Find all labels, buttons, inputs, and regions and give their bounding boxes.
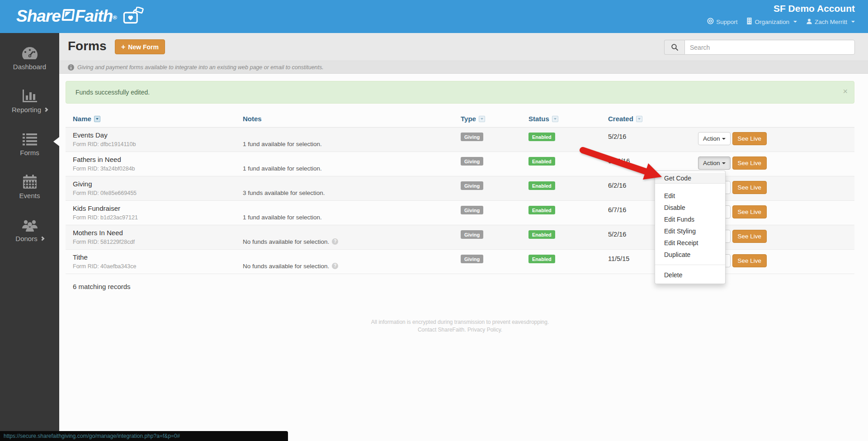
content-area: Funds successfully edited. × Name Notes … <box>59 81 868 334</box>
sidebar-label: Events <box>19 192 40 199</box>
sidebar-label: Forms <box>20 149 39 156</box>
alert-close-button[interactable]: × <box>843 87 848 95</box>
menu-item-delete[interactable]: Delete <box>655 269 725 281</box>
search-input[interactable] <box>684 40 855 55</box>
list-icon <box>0 130 59 146</box>
column-header-type: Type <box>461 115 528 127</box>
table-row-mothers-in-need: Mothers In NeedForm RID: 581229f28cdf No… <box>66 225 854 250</box>
form-name: Fathers in Need <box>73 156 243 163</box>
logo-text-share: Share <box>16 5 61 27</box>
search-box <box>664 40 855 55</box>
record-count: 6 matching records <box>73 283 854 290</box>
sidebar-item-events[interactable]: Events <box>0 173 59 201</box>
type-badge: Giving <box>461 181 483 190</box>
active-item-pointer <box>53 137 59 146</box>
help-icon[interactable]: ? <box>332 263 338 269</box>
menu-item-edit-styling[interactable]: Edit Styling <box>655 225 725 237</box>
sidebar-item-dashboard[interactable]: Dashboard <box>0 44 59 72</box>
menu-item-edit[interactable]: Edit <box>655 190 725 202</box>
form-notes: 1 fund available for selection. <box>243 214 322 221</box>
see-live-button[interactable]: See Live <box>732 181 767 194</box>
support-link[interactable]: Support <box>707 18 737 26</box>
form-notes: 1 fund available for selection. <box>243 141 322 147</box>
see-live-button[interactable]: See Live <box>732 205 767 218</box>
form-notes: 1 fund available for selection. <box>243 165 322 172</box>
header-label: Type <box>461 115 476 123</box>
table-row-kids-fundraiser: Kids FundraiserForm RID: b1d23ac97121 1 … <box>66 201 854 225</box>
status-badge: Enabled <box>528 206 555 214</box>
action-dropdown-menu: Get Code Edit Disable Edit Funds Edit St… <box>655 171 726 284</box>
action-label: Action <box>703 135 720 142</box>
sidebar-label: Donors <box>15 235 37 242</box>
created-date: 5/2/16 <box>608 128 698 152</box>
status-bar-url: https://secure.sharefaithgiving.com/go/m… <box>4 433 180 439</box>
giving-hand-icon <box>122 7 146 28</box>
table-row-events-day: Events DayForm RID: dfbc1914110b 1 fund … <box>66 128 854 152</box>
page-footer: All information is encrypted during tran… <box>66 318 854 334</box>
form-rid: Form RID: dfbc1914110b <box>73 141 243 147</box>
people-icon <box>0 216 59 232</box>
menu-spacer <box>655 184 725 190</box>
form-name: Tithe <box>73 253 243 261</box>
account-name: SF Demo Account <box>774 3 855 14</box>
sidebar-nav: Dashboard Reporting Forms Events Donors <box>0 33 59 441</box>
sidebar-item-forms[interactable]: Forms <box>0 130 59 158</box>
menu-item-disable[interactable]: Disable <box>655 202 725 213</box>
form-rid: Form RID: 581229f28cdf <box>73 239 243 245</box>
alert-message: Funds successfully edited. <box>75 89 150 96</box>
menu-item-duplicate[interactable]: Duplicate <box>655 249 725 261</box>
forms-table: Events DayForm RID: dfbc1914110b 1 fund … <box>66 127 854 274</box>
sort-created-icon[interactable] <box>636 116 642 122</box>
status-badge: Enabled <box>528 181 555 190</box>
new-form-label: New Form <box>128 43 159 51</box>
logo-bubble-icon <box>61 9 75 21</box>
action-dropdown-button-open[interactable]: Action <box>698 156 731 170</box>
type-badge: Giving <box>461 133 483 141</box>
top-header-bar: ShareFaith® SF Demo Account Support Orga… <box>0 0 868 33</box>
plus-icon: + <box>121 43 125 51</box>
see-live-button[interactable]: See Live <box>732 230 767 243</box>
menu-item-get-code[interactable]: Get Code <box>655 173 725 184</box>
sidebar-label: Dashboard <box>13 63 46 71</box>
organization-menu[interactable]: Organization <box>746 18 797 26</box>
see-live-button[interactable]: See Live <box>732 254 767 267</box>
sidebar-item-reporting[interactable]: Reporting <box>0 87 59 115</box>
menu-item-edit-receipt[interactable]: Edit Receipt <box>655 237 725 249</box>
form-name: Mothers In Need <box>73 229 243 237</box>
form-rid: Form RID: 40aefba343ce <box>73 263 243 270</box>
form-notes: No funds available for selection. <box>243 238 329 245</box>
new-form-button[interactable]: + New Form <box>115 39 165 54</box>
header-label: Name <box>73 115 91 123</box>
contact-link[interactable]: Contact ShareFaith. <box>418 327 466 333</box>
registered-mark: ® <box>113 14 117 21</box>
page-header: Forms + New Form <box>59 33 868 61</box>
sidebar-item-donors[interactable]: Donors <box>0 216 59 244</box>
user-label: Zach Merritt <box>815 19 847 25</box>
form-notes: 3 funds available for selection. <box>243 190 325 196</box>
see-live-button[interactable]: See Live <box>732 132 767 145</box>
page-title: Forms <box>68 39 107 53</box>
see-live-button[interactable]: See Live <box>732 156 767 170</box>
user-menu[interactable]: Zach Merritt <box>806 18 855 26</box>
sort-name-icon[interactable] <box>94 116 100 122</box>
search-button[interactable] <box>664 40 684 55</box>
column-header-created: Created <box>608 115 698 127</box>
table-header-row: Name Notes Type Status Created <box>66 104 854 127</box>
help-icon[interactable]: ? <box>332 238 338 245</box>
status-badge: Enabled <box>528 157 555 166</box>
sort-status-icon[interactable] <box>552 116 558 122</box>
type-badge: Giving <box>461 255 483 263</box>
action-dropdown-button[interactable]: Action <box>698 132 731 145</box>
chevron-right-icon <box>40 237 44 241</box>
sharefaith-logo[interactable]: ShareFaith® <box>16 5 146 27</box>
privacy-link[interactable]: Privacy Policy. <box>467 327 502 333</box>
search-icon <box>671 43 679 51</box>
browser-status-bar: https://secure.sharefaithgiving.com/go/m… <box>0 431 288 441</box>
action-label: Action <box>703 160 720 166</box>
table-row-tithe: TitheForm RID: 40aefba343ce No funds ava… <box>66 250 854 274</box>
sort-type-icon[interactable] <box>479 116 485 122</box>
main-content: Forms + New Form Giving and payment form… <box>59 33 868 441</box>
menu-item-edit-funds[interactable]: Edit Funds <box>655 213 725 225</box>
sidebar-label: Reporting <box>12 106 41 114</box>
column-header-status: Status <box>528 115 608 127</box>
